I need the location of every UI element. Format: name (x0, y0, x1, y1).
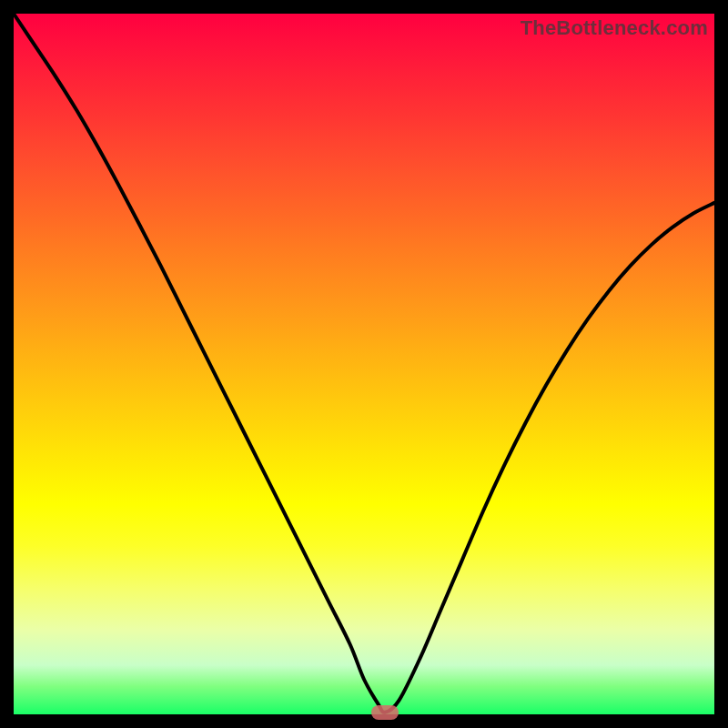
chart-frame: TheBottleneck.com (0, 0, 728, 728)
curve-path (14, 14, 714, 713)
bottleneck-curve (14, 14, 714, 714)
optimal-marker (371, 705, 399, 720)
watermark-text: TheBottleneck.com (521, 16, 708, 40)
